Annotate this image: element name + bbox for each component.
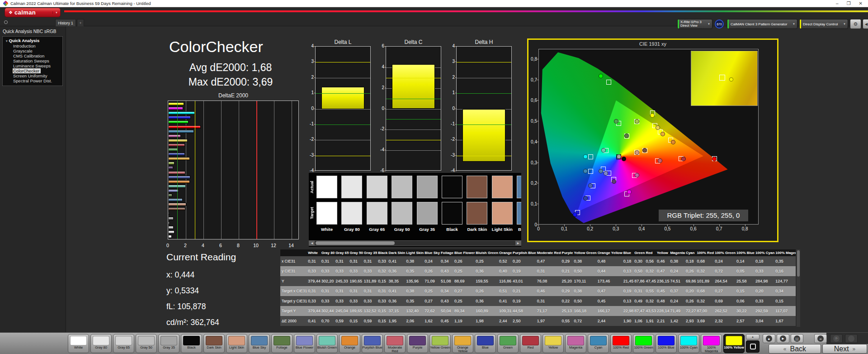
meter-badge[interactable]: 670 [715, 19, 724, 29]
row-label-target: Target [310, 202, 315, 225]
tree-root-quick-analysis[interactable]: ▾Quick Analysis [3, 37, 62, 43]
pattern-button-purplish-blue[interactable]: Purplish Blue [362, 334, 383, 353]
sidebar-item-label: ColorChecker [13, 68, 41, 73]
pattern-button-yellow[interactable]: Yellow [542, 334, 564, 353]
pattern-button-gray-35[interactable]: Gray 35 [158, 334, 179, 353]
de-bar-white [168, 235, 172, 238]
pattern-button-foliage[interactable]: Foliage [271, 334, 292, 353]
inactive-button[interactable] [845, 334, 858, 343]
refresh-button[interactable]: ⟳ [830, 334, 843, 343]
cie-y-tick-label: 0,4 [528, 139, 537, 144]
table-cell: 43,01 [512, 276, 537, 286]
y-tick-label: 4 [374, 64, 384, 69]
pattern-window-up-button[interactable]: ▲ [746, 334, 760, 340]
column-header-black: Black [377, 249, 388, 256]
sidebar-item-colorchecker[interactable]: ColorChecker [3, 68, 62, 73]
pattern-button-black[interactable]: Black [181, 334, 202, 353]
pattern-button-dark-skin[interactable]: Dark Skin [203, 334, 225, 353]
table-cell: 2,21 [656, 316, 670, 326]
chevron-down-icon: ▼ [708, 23, 712, 25]
settings-button[interactable]: ⚙ [850, 19, 861, 29]
scroll-left-icon[interactable]: ◀ [309, 241, 315, 245]
pattern-button-blue-flower[interactable]: Blue Flower [294, 334, 315, 353]
pattern-button-magenta[interactable]: Magenta [565, 334, 586, 353]
pattern-button-blue[interactable]: Blue [475, 334, 496, 353]
table-cell: 0,33 [363, 266, 377, 276]
pattern-bar: WhiteGray 80Gray 65Gray 50Gray 35BlackDa… [0, 332, 868, 354]
de-bar-100-green [168, 120, 189, 124]
table-cell: 0,47 [656, 266, 670, 276]
pattern-button-red[interactable]: Red [520, 334, 541, 353]
pattern-button-100-magenta[interactable]: 100% Magenta [701, 334, 722, 353]
pattern-button-orange-yellow[interactable]: Orange Yellow [452, 334, 473, 353]
meter-dropdown[interactable]: X-Rite i1Pro 3 Direct View ▼ [677, 19, 712, 29]
pattern-label: Green [498, 346, 518, 349]
pattern-button-100-cyan[interactable]: 100% Cyan [678, 334, 699, 353]
pattern-button-100-red[interactable]: 100% Red [610, 334, 632, 353]
tick-mark [455, 62, 457, 62]
sidebar-item-screen-uniformity[interactable]: Screen Uniformity [3, 73, 62, 78]
tab-add[interactable]: + [77, 19, 84, 26]
play-icon: ▶ [780, 335, 786, 342]
swatch-scrollbar[interactable]: ◀ ▶ [309, 240, 521, 246]
de-bar-blue-sky [168, 198, 183, 201]
sidebar-item-cms-calibration[interactable]: CMS Calibration [3, 53, 62, 58]
minimize-button[interactable]: – [836, 1, 839, 6]
tab-history-1[interactable]: History 1 [55, 19, 76, 26]
pattern-button-green[interactable]: Green [497, 334, 519, 353]
pattern-button-gray-65[interactable]: Gray 65 [113, 334, 134, 353]
pattern-button-bluish-green[interactable]: Bluish Green [316, 334, 338, 353]
pattern-button-light-skin[interactable]: Light Skin [226, 334, 247, 353]
pattern-button-gray-80[interactable]: Gray 80 [90, 334, 112, 353]
calman-menu-button[interactable]: ❖ calman ▼ [5, 8, 61, 17]
table-cell: 0,59 [363, 316, 377, 326]
pattern-button-yellow-green[interactable]: Yellow Green [429, 334, 451, 353]
pattern-generator-dropdown[interactable]: CalMAN Client 3 Pattern Generator ▼ [727, 19, 797, 29]
sidebar-item-introduction[interactable]: Introduction [3, 43, 62, 48]
radio-icon[interactable] [4, 20, 8, 24]
pattern-button-gray-50[interactable]: Gray 50 [136, 334, 157, 353]
pattern-window-button[interactable] [746, 340, 760, 353]
y-tick-label: -2 [445, 137, 455, 142]
sidebar-item-label: CMS Calibration [13, 53, 46, 58]
pattern-button-blue-sky[interactable]: Blue Sky [249, 334, 270, 353]
pattern-button-100-yellow[interactable]: 100% Yellow [723, 334, 745, 353]
pattern-frame-button[interactable]: [-] [791, 334, 803, 343]
continuous-read-button[interactable]: ∞ [814, 334, 827, 343]
table-cell: 1,91 [645, 316, 656, 326]
table-scrollbar[interactable] [797, 249, 800, 327]
display-control-dropdown[interactable]: Direct Display Control ▼ [799, 19, 848, 29]
pattern-button-orange[interactable]: Orange [339, 334, 360, 353]
sidebar-item-spectral-power-dist[interactable]: Spectral Power Dist. [3, 78, 62, 83]
cie-y-tick-label: 0,3 [528, 160, 537, 165]
sidebar-item-grayscale[interactable]: Grayscale [3, 48, 62, 53]
stop-button[interactable]: ■ [763, 334, 775, 343]
play-button[interactable]: ▶ [777, 334, 789, 343]
back-button[interactable]: «Back [769, 344, 821, 354]
table-cell: 0,15 [377, 316, 388, 326]
close-button[interactable]: ✕ [859, 1, 863, 6]
pattern-label: Blue [475, 346, 495, 349]
pattern-button-moderate-red[interactable]: Moderate Red [384, 334, 406, 353]
pattern-label: Purple [407, 346, 428, 349]
pattern-button-100-green[interactable]: 100% Green [633, 334, 654, 353]
y-tick-label: -2 [304, 137, 314, 142]
table-cell: 0,33 [377, 256, 388, 266]
next-button[interactable]: Next» [822, 344, 867, 354]
scrollbar-thumb[interactable] [797, 250, 800, 277]
pattern-button-100-blue[interactable]: 100% Blue [656, 334, 677, 353]
pattern-button-cyan[interactable]: Cyan [588, 334, 609, 353]
pattern-button-purple[interactable]: Purple [407, 334, 428, 353]
panel-collapse-button[interactable]: ◀ [863, 19, 868, 29]
x-tick-label: 2 [181, 243, 189, 248]
pattern-swatch [274, 336, 290, 345]
sidebar-item-saturation-sweeps[interactable]: Saturation Sweeps [3, 58, 62, 63]
scroll-right-icon[interactable]: ▶ [515, 241, 521, 245]
sidebar-item-luminance-sweeps[interactable]: Luminance Sweeps [3, 63, 62, 68]
restore-button[interactable]: ❐ [847, 1, 851, 6]
table-cell: 159,55 [475, 276, 499, 286]
tick-mark [455, 139, 457, 140]
pattern-button-white[interactable]: White [68, 334, 89, 353]
delta-bar [321, 87, 364, 109]
scrollbar-thumb[interactable] [316, 241, 395, 245]
